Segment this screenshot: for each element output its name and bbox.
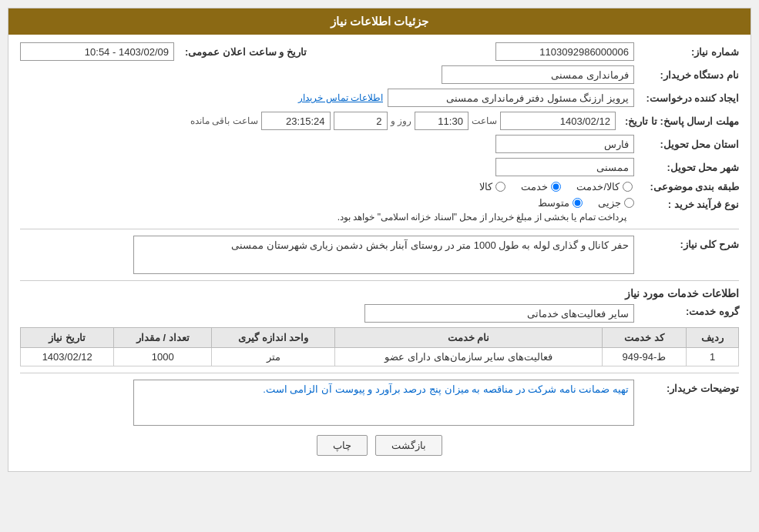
purchase-option-motavasset[interactable]: متوسط bbox=[538, 197, 583, 209]
response-remaining-input bbox=[261, 112, 331, 130]
services-info-title: اطلاعات خدمات مورد نیاز bbox=[20, 287, 739, 299]
table-row: 1 ط-94-949 فعالیت‌های سایر سازمان‌های دا… bbox=[21, 348, 739, 366]
delivery-city-input bbox=[495, 158, 634, 176]
delivery-province-input bbox=[495, 135, 634, 153]
cell-code: ط-94-949 bbox=[602, 348, 686, 366]
creator-input bbox=[388, 89, 634, 107]
category-option-kala[interactable]: کالا bbox=[479, 181, 505, 192]
cell-row: 1 bbox=[687, 348, 739, 366]
purchase-note: پرداخت تمام یا بخشی از مبلغ خریدار از مح… bbox=[338, 212, 626, 223]
col-header-qty: تعداد / مقدار bbox=[114, 328, 212, 348]
creator-label: ایجاد کننده درخواست: bbox=[639, 92, 739, 104]
description-label: شرح کلی نیاز: bbox=[639, 236, 739, 250]
response-remaining-label: ساعت باقی مانده bbox=[190, 115, 258, 126]
services-table: ردیف کد خدمت نام خدمت واحد اندازه گیری ت… bbox=[20, 327, 739, 366]
delivery-province-label: استان محل تحویل: bbox=[639, 139, 739, 150]
divider-3 bbox=[20, 373, 739, 373]
cell-date: 1403/02/12 bbox=[21, 348, 114, 366]
purchase-options-group: جزیی متوسط bbox=[338, 197, 634, 209]
cell-qty: 1000 bbox=[114, 348, 212, 366]
buyer-notes-label: توضیحات خریدار: bbox=[639, 380, 739, 394]
buyer-org-label: نام دستگاه خریدار: bbox=[639, 69, 739, 81]
category-label: طبقه بندی موضوعی: bbox=[639, 181, 739, 192]
response-days-input bbox=[334, 112, 388, 130]
cell-name: فعالیت‌های سایر سازمان‌های دارای عضو bbox=[335, 348, 603, 366]
category-option-khedmat[interactable]: خدمت bbox=[521, 181, 561, 192]
cell-unit: متر bbox=[212, 348, 335, 366]
response-days-label: روز و bbox=[391, 115, 411, 126]
purchase-type-label: نوع فرآیند خرید : bbox=[639, 197, 739, 210]
need-number-input bbox=[495, 42, 634, 61]
page-title: جزئیات اطلاعات نیاز bbox=[8, 8, 751, 35]
delivery-city-label: شهر محل تحویل: bbox=[639, 162, 739, 173]
service-group-label: گروه خدمت: bbox=[639, 304, 739, 317]
col-header-date: تاریخ نیاز bbox=[21, 328, 114, 348]
print-button[interactable]: چاپ bbox=[317, 435, 368, 456]
announce-date-input bbox=[20, 42, 174, 61]
purchase-option-jozi[interactable]: جزیی bbox=[598, 197, 634, 209]
divider-1 bbox=[20, 229, 739, 229]
buyer-notes-content: تهیه ضمانت نامه شرکت در مناقصه به میزان … bbox=[133, 380, 634, 426]
divider-2 bbox=[20, 280, 739, 281]
service-group-input bbox=[364, 304, 634, 323]
category-option-kala-khedmat[interactable]: کالا/خدمت bbox=[576, 181, 633, 192]
col-header-name: نام خدمت bbox=[335, 328, 603, 348]
category-radio-group: کالا/خدمت خدمت کالا bbox=[479, 181, 633, 192]
announce-date-label: تاریخ و ساعت اعلان عمومی: bbox=[179, 46, 307, 58]
description-textarea: حفر کانال و گذاری لوله به طول 1000 متر د… bbox=[133, 236, 634, 274]
back-button[interactable]: بازگشت bbox=[375, 435, 442, 456]
buyer-contact-link[interactable]: اطلاعات تماس خریدار bbox=[298, 92, 383, 103]
col-header-row: ردیف bbox=[687, 328, 739, 348]
col-header-code: کد خدمت bbox=[602, 328, 686, 348]
response-time-input bbox=[415, 112, 468, 130]
need-number-label: شماره نیاز: bbox=[639, 46, 739, 58]
button-row: بازگشت چاپ bbox=[20, 435, 739, 463]
response-date-input bbox=[500, 112, 616, 130]
col-header-unit: واحد اندازه گیری bbox=[212, 328, 335, 348]
buyer-org-input bbox=[442, 65, 634, 84]
response-time-label: ساعت bbox=[472, 115, 497, 126]
response-deadline-label: مهلت ارسال پاسخ: تا تاریخ: bbox=[619, 115, 739, 127]
